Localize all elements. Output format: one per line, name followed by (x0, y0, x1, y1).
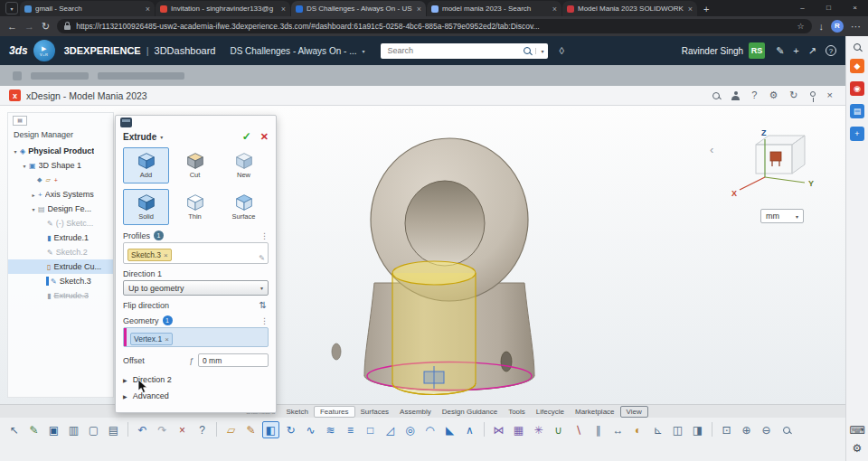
zoom-out-icon[interactable]: ⊖ (758, 421, 775, 438)
ribbon-tab-lifecycle[interactable]: Lifecycle (531, 407, 570, 417)
tab-close-icon[interactable]: × (146, 5, 150, 14)
mirror-icon[interactable]: ⋈ (490, 421, 507, 438)
units-dropdown[interactable]: mm ▾ (760, 209, 804, 223)
share-icon[interactable]: ↗ (808, 45, 816, 57)
ink-annotation-icon[interactable]: ✎ (776, 45, 784, 57)
app-communities-icon[interactable]: ◉ (850, 81, 864, 96)
refresh-icon[interactable]: ↻ (42, 21, 50, 33)
flip-direction-icon[interactable]: ⇅ (259, 300, 267, 310)
app-pin-icon[interactable] (810, 95, 816, 97)
paste-icon[interactable]: ▤ (105, 421, 122, 438)
geometry-selection-box[interactable]: Vertex.1× (123, 327, 269, 347)
geometry-menu-icon[interactable]: ⋮ (260, 316, 269, 325)
cancel-button[interactable]: ✕ (260, 131, 269, 143)
tree-expand-icon[interactable]: ▾ (12, 148, 19, 155)
new-tab-button[interactable]: + (703, 4, 709, 14)
planes-icon[interactable]: ▱ (45, 176, 50, 183)
type-option-solid[interactable]: Solid (123, 189, 169, 225)
browser-tab-gmail-search[interactable]: gmail - Search× (20, 1, 155, 16)
draft-icon[interactable]: ◿ (382, 421, 399, 438)
ribbon-tab-surfaces[interactable]: Surfaces (355, 407, 395, 417)
add-content-icon[interactable]: + (793, 45, 798, 56)
axes-icon[interactable]: + (54, 177, 58, 183)
downloads-icon[interactable]: ↓ (819, 21, 825, 32)
ribbon-tab-view[interactable]: View (620, 406, 648, 418)
measure-icon[interactable]: ⊾ (649, 421, 666, 438)
shell-icon[interactable]: □ (362, 421, 379, 438)
app-settings-icon[interactable]: ⚙ (769, 90, 778, 100)
close-button[interactable]: × (842, 0, 868, 16)
tree-item-physical-product[interactable]: ▾◈Physical Product (8, 144, 113, 158)
ribbon-tab-tools[interactable]: Tools (503, 407, 531, 417)
chevron-down-icon[interactable]: ▾ (362, 48, 364, 54)
tab-close-icon[interactable]: × (552, 5, 557, 14)
chip-remove-icon[interactable]: × (165, 335, 169, 343)
reference-plane-icon[interactable]: ▱ (222, 421, 240, 438)
boolean-remove-icon[interactable]: ∖ (570, 421, 587, 438)
tree-item-3d-shape-1[interactable]: ▾▣3D Shape 1 (8, 158, 113, 173)
platform-search[interactable]: ▾ (381, 43, 548, 59)
fillet-icon[interactable]: ◠ (421, 421, 439, 438)
extrude-icon[interactable]: ◧ (262, 421, 279, 438)
maximize-button[interactable]: □ (816, 0, 842, 16)
rib-icon[interactable]: ∧ (461, 421, 478, 438)
help-icon[interactable]: ? (826, 45, 836, 56)
ribbon-tab-design-guidance[interactable]: Design Guidance (437, 407, 503, 417)
selection-chip-vertex-1[interactable]: Vertex.1× (130, 333, 173, 345)
ribbon-tab-assembly[interactable]: Assembly (394, 407, 437, 417)
linear-pattern-icon[interactable]: ▦ (510, 421, 527, 438)
zoom-in-icon[interactable]: ⊕ (738, 421, 755, 438)
browser-tab-model-mania-2023-search[interactable]: model mania 2023 - Search× (427, 1, 561, 16)
sweep-icon[interactable]: ∿ (302, 421, 319, 438)
user-badge[interactable]: RS (749, 42, 765, 59)
tree-item-extrude-3[interactable]: ▮Extrude.3 (8, 288, 113, 303)
z-axis-label[interactable]: Z (761, 128, 767, 137)
browser-menu-icon[interactable]: ⋯ (851, 21, 861, 33)
save-icon[interactable]: ▣ (45, 421, 62, 438)
undo-icon[interactable]: ↶ (134, 421, 151, 438)
sketch-mode-icon[interactable]: ✎ (25, 421, 42, 438)
circular-pattern-icon[interactable]: ✳ (530, 421, 547, 438)
help-icon[interactable]: ? (193, 421, 211, 438)
x-axis-label[interactable]: X (731, 189, 737, 198)
direction1-dropdown[interactable]: Up to geometry ▾ (123, 280, 269, 296)
dashboard-title[interactable]: DS Challenges - Always On - ... (230, 46, 356, 56)
selection-chip-sketch-3[interactable]: Sketch.3× (127, 249, 172, 261)
ribbon-tab-marketplace[interactable]: Marketplace (570, 407, 620, 417)
compass-icon[interactable]: ▶ V+R (33, 40, 55, 61)
thicken-icon[interactable]: ≡ (342, 421, 359, 438)
profiles-selection-box[interactable]: Sketch.3× ✎ (123, 242, 269, 264)
boolean-add-icon[interactable]: ∪ (550, 421, 567, 438)
material-icon[interactable]: ◐ (629, 421, 646, 438)
user-name[interactable]: Ravinder Singh (682, 46, 743, 56)
browser-profile-avatar[interactable]: R (831, 20, 844, 33)
app-swym-icon[interactable]: ◆ (850, 59, 864, 73)
type-option-thin[interactable]: Thin (172, 189, 218, 225)
chamfer-icon[interactable]: ◣ (441, 421, 458, 438)
origin-icon[interactable]: ◆ (37, 176, 42, 183)
back-icon[interactable]: ← (7, 21, 17, 32)
tab-close-icon[interactable]: × (281, 5, 286, 14)
chip-remove-icon[interactable]: × (164, 251, 168, 259)
minimize-button[interactable]: – (789, 0, 816, 16)
tag-icon[interactable]: ◊ (559, 45, 563, 56)
scale-icon[interactable]: ↔ (609, 421, 627, 438)
print-icon[interactable]: ▥ (65, 421, 82, 438)
profiles-menu-icon[interactable]: ⋮ (260, 231, 269, 240)
tree-item-sketc[interactable]: ✎(-) Sketc... (8, 216, 113, 230)
dialog-drag-handle-icon[interactable] (120, 118, 132, 127)
tab-close-icon[interactable]: × (417, 5, 421, 14)
delete-icon[interactable]: × (174, 421, 191, 438)
url-bar[interactable]: https://r1132100926485-usw2-academia-ifw… (57, 19, 811, 33)
browser-tab-ds-challenges-always-on-us[interactable]: DS Challenges - Always On - US× (291, 1, 426, 16)
search-icon[interactable] (524, 47, 531, 54)
tab-search-icon[interactable]: ▾ (5, 2, 18, 14)
app-add-icon[interactable]: + (850, 127, 864, 141)
hole-icon[interactable]: ◎ (401, 421, 419, 438)
new-sketch-icon[interactable]: ✎ (242, 421, 259, 438)
app-help-icon[interactable]: ? (751, 90, 757, 100)
display-style-icon[interactable]: ◨ (689, 421, 706, 438)
tree-expand-icon[interactable]: ▾ (30, 206, 37, 212)
app-drive-icon[interactable]: ▤ (850, 104, 864, 118)
tab-close-icon[interactable]: × (688, 5, 693, 14)
